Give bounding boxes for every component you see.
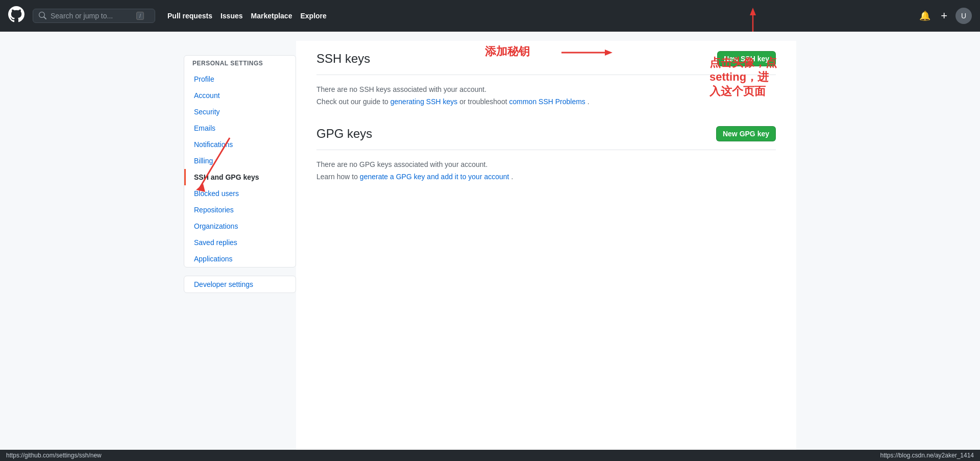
sidebar-item-emails[interactable]: Emails bbox=[184, 120, 296, 136]
sidebar-item-repositories[interactable]: Repositories bbox=[184, 202, 296, 218]
sidebar-item-developer-settings[interactable]: Developer settings bbox=[184, 276, 296, 293]
nav-issues[interactable]: Issues bbox=[220, 12, 243, 20]
gpg-section-header: GPG keys New GPG key bbox=[316, 126, 776, 150]
gpg-section: GPG keys New GPG key There are no GPG ke… bbox=[316, 126, 776, 181]
new-ssh-key-button[interactable]: New SSH key bbox=[717, 51, 776, 66]
statusbar-left: https://github.com/settings/ssh/new bbox=[6, 452, 102, 459]
common-ssh-problems-link[interactable]: common SSH Problems bbox=[509, 98, 585, 106]
avatar[interactable]: U bbox=[955, 8, 972, 24]
gpg-no-keys-text: There are no GPG keys associated with yo… bbox=[316, 160, 776, 168]
navbar-actions: 🔔 + U bbox=[917, 7, 972, 25]
ssh-troubleshoot-text: or troubleshoot bbox=[459, 98, 507, 106]
developer-settings-section: Developer settings bbox=[184, 276, 296, 293]
notifications-icon[interactable]: 🔔 bbox=[917, 8, 933, 23]
gpg-learn-prefix: Learn how to bbox=[316, 173, 358, 181]
generating-ssh-keys-link[interactable]: generating SSH keys bbox=[390, 98, 458, 106]
personal-settings-title: Personal settings bbox=[184, 56, 296, 71]
gpg-section-title: GPG keys bbox=[316, 127, 372, 141]
slash-kbd: / bbox=[136, 12, 144, 20]
search-icon bbox=[38, 12, 46, 20]
sidebar-item-billing[interactable]: Billing bbox=[184, 153, 296, 169]
gpg-learn-text: Learn how to generate a GPG key and add … bbox=[316, 173, 776, 181]
ssh-section-header: SSH keys New SSH key bbox=[316, 51, 776, 75]
sidebar-item-blocked-users[interactable]: Blocked users bbox=[184, 185, 296, 202]
sidebar-item-ssh-gpg[interactable]: SSH and GPG keys bbox=[184, 169, 296, 185]
statusbar: https://github.com/settings/ssh/new http… bbox=[0, 450, 980, 461]
sidebar: Personal settings Profile Account Securi… bbox=[184, 41, 296, 461]
nav-marketplace[interactable]: Marketplace bbox=[251, 12, 292, 20]
sidebar-item-applications[interactable]: Applications bbox=[184, 251, 296, 267]
sidebar-item-profile[interactable]: Profile bbox=[184, 71, 296, 87]
personal-settings-section: Personal settings Profile Account Securi… bbox=[184, 55, 296, 268]
ssh-period: . bbox=[587, 98, 590, 106]
search-input[interactable] bbox=[51, 12, 132, 20]
main-nav: Pull requests Issues Marketplace Explore bbox=[167, 12, 327, 20]
page-wrapper: Personal settings Profile Account Securi… bbox=[184, 0, 796, 461]
new-item-icon[interactable]: + bbox=[939, 7, 949, 25]
sidebar-item-saved-replies[interactable]: Saved replies bbox=[184, 234, 296, 251]
sidebar-item-account[interactable]: Account bbox=[184, 87, 296, 104]
gpg-period: . bbox=[511, 173, 513, 181]
personal-settings-box: Personal settings Profile Account Securi… bbox=[184, 55, 296, 268]
ssh-guide-text: Check out our guide to generating SSH ke… bbox=[316, 98, 776, 106]
ssh-check-guide-text: Check out our guide to bbox=[316, 98, 388, 106]
main-content: SSH keys New SSH key There are no SSH ke… bbox=[296, 41, 796, 461]
new-gpg-key-button[interactable]: New GPG key bbox=[716, 126, 776, 141]
search-box[interactable]: / bbox=[33, 9, 155, 23]
nav-pull-requests[interactable]: Pull requests bbox=[167, 12, 212, 20]
developer-settings-box: Developer settings bbox=[184, 276, 296, 293]
ssh-no-keys-text: There are no SSH keys associated with yo… bbox=[316, 85, 776, 93]
nav-explore[interactable]: Explore bbox=[300, 12, 326, 20]
generate-gpg-key-link[interactable]: generate a GPG key and add it to your ac… bbox=[360, 173, 509, 181]
navbar: / Pull requests Issues Marketplace Explo… bbox=[0, 0, 980, 32]
ssh-section-title: SSH keys bbox=[316, 52, 370, 66]
sidebar-item-security[interactable]: Security bbox=[184, 104, 296, 120]
sidebar-item-organizations[interactable]: Organizations bbox=[184, 218, 296, 234]
sidebar-item-notifications[interactable]: Notifications bbox=[184, 136, 296, 153]
github-logo[interactable] bbox=[8, 6, 24, 26]
statusbar-right: https://blog.csdn.ne/ay2aker_1414 bbox=[880, 452, 974, 459]
